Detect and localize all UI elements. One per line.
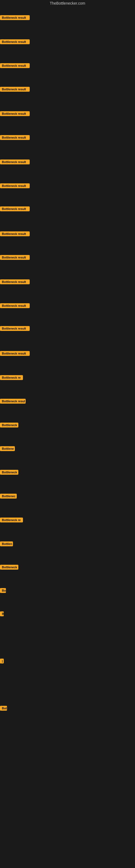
bottleneck-badge: Bottleneck result	[0, 231, 30, 236]
bottleneck-badge: Bottleneck result	[0, 351, 30, 356]
bottleneck-badge: Bottleneck re	[0, 518, 23, 522]
bottleneck-badge: Bottleneck result	[0, 39, 30, 44]
bottleneck-badge: B	[0, 611, 4, 616]
bottleneck-badge: Bottlenec	[0, 494, 17, 499]
bottleneck-badge: Bottleneck	[0, 423, 18, 428]
bottleneck-badge: Bottlene	[0, 446, 15, 451]
bottleneck-badge: Bottleneck re	[0, 375, 23, 380]
bottleneck-badge: Bottleneck	[0, 565, 18, 569]
bottleneck-badge: Bot	[0, 706, 7, 711]
site-title: TheBottlenecker.com	[0, 0, 135, 6]
bottleneck-badge: Bo	[0, 588, 6, 593]
bottleneck-badge: Bottleneck result	[0, 111, 30, 116]
bottleneck-badge: Bottleneck result	[0, 207, 30, 211]
bottleneck-badge: Bottleneck result	[0, 63, 30, 68]
bottleneck-badge: |	[0, 659, 4, 663]
bottleneck-badge: Bottleneck result	[0, 279, 30, 284]
bottleneck-badge: Bottleneck result	[0, 326, 30, 331]
bottleneck-badge: Bottlen	[0, 541, 13, 546]
bottleneck-badge: Bottleneck result	[0, 255, 30, 260]
bottleneck-badge: Bottleneck resul	[0, 399, 26, 404]
bottleneck-badge: Bottleneck result	[0, 135, 30, 140]
bottleneck-badge: Bottleneck result	[0, 303, 30, 308]
bottleneck-badge: Bottleneck result	[0, 183, 30, 188]
bottleneck-badge: Bottleneck result	[0, 15, 30, 20]
bottleneck-badge: Bottleneck result	[0, 87, 30, 92]
bottleneck-badge: Bottleneck	[0, 470, 18, 475]
bottleneck-badge: Bottleneck result	[0, 159, 30, 164]
